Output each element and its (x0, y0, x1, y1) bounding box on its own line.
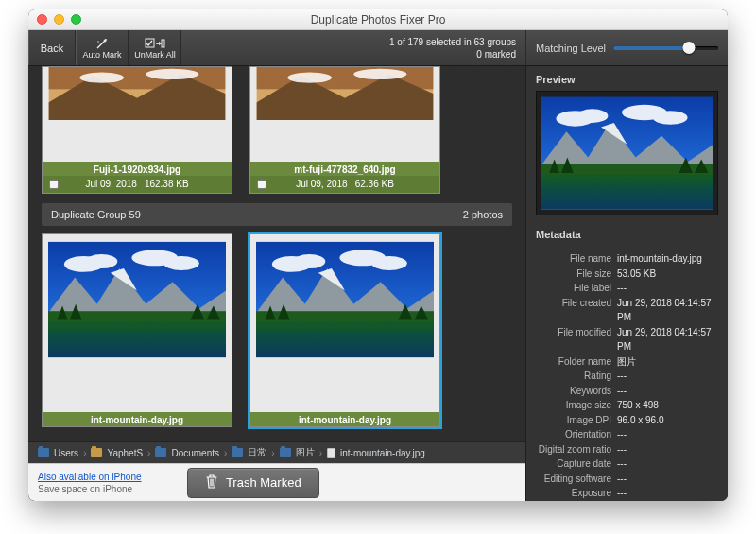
trash-icon (205, 474, 218, 491)
card-filename: mt-fuji-477832_640.jpg (250, 162, 439, 176)
stats-line1: 1 of 179 selected in 63 groups (389, 36, 516, 48)
meta-row: Editing software--- (536, 472, 718, 487)
unmark-all-button[interactable]: UnMark All (129, 30, 181, 65)
meta-row: Image DPI96.0 x 96.0 (536, 413, 718, 428)
sidebar: Preview Metadata File nameint-mountain-d… (525, 66, 728, 501)
maximize-icon[interactable] (71, 14, 81, 25)
meta-row: Capture date--- (536, 456, 718, 472)
meta-row: Keywords--- (536, 384, 718, 399)
file-icon (327, 448, 335, 458)
meta-row: File size53.05 KB (536, 267, 718, 282)
group-count: 2 photos (463, 209, 503, 220)
back-label: Back (41, 43, 63, 54)
group-header[interactable]: Duplicate Group 59 2 photos (42, 203, 512, 226)
trash-label: Trash Marked (226, 475, 301, 490)
card-filename: int-mountain-day.jpg (250, 412, 439, 426)
auto-mark-label: Auto Mark (82, 50, 121, 60)
crumb[interactable]: YaphetS (107, 448, 143, 458)
crumb[interactable]: 日常 (248, 446, 266, 459)
meta-row: Digital zoom ratio--- (536, 442, 718, 457)
card-filename: Fuji-1-1920x934.jpg (43, 162, 232, 176)
home-icon (91, 448, 102, 457)
card-date: Jul 09, 2018 (296, 179, 348, 189)
group-title: Duplicate Group 59 (51, 209, 141, 220)
window-title: Duplicate Photos Fixer Pro (28, 13, 728, 26)
auto-mark-button[interactable]: Auto Mark (76, 30, 129, 65)
stats-line2: 0 marked (389, 48, 516, 60)
preview-title: Preview (536, 74, 718, 85)
meta-row: File nameint-mountain-day.jpg (536, 251, 718, 267)
meta-row: Folder name图片 (536, 354, 718, 370)
trash-marked-button[interactable]: Trash Marked (187, 468, 319, 498)
photo-card[interactable]: int-mountain-day.jpg (42, 233, 232, 427)
card-size: 62.36 KB (355, 179, 394, 189)
results-scroll[interactable]: Fuji-1-1920x934.jpg Jul 09, 2018 162.38 … (28, 66, 525, 441)
svg-point-20 (97, 41, 98, 42)
svg-point-19 (105, 39, 107, 41)
folder-icon (155, 448, 166, 457)
window: Duplicate Photos Fixer Pro Back Auto Mar… (28, 9, 728, 501)
svg-rect-23 (162, 40, 164, 47)
minimize-icon[interactable] (54, 14, 64, 25)
folder-icon (280, 448, 291, 457)
meta-row: Exposure--- (536, 486, 718, 501)
crumb[interactable]: int-mountain-day.jpg (340, 448, 425, 458)
folder-icon (38, 448, 49, 457)
meta-row: File modifiedJun 29, 2018 04:14:57 PM (536, 325, 718, 354)
close-icon[interactable] (37, 14, 47, 25)
meta-row: Image size750 x 498 (536, 398, 718, 413)
unmark-icon (145, 37, 165, 50)
unmark-all-label: UnMark All (134, 50, 176, 60)
crumb[interactable]: Documents (171, 448, 219, 458)
crumb[interactable]: 图片 (296, 446, 315, 459)
toolbar: Back Auto Mark UnMark All 1 of 179 selec… (28, 30, 728, 66)
meta-row: Rating--- (536, 369, 718, 384)
folder-icon (232, 448, 243, 457)
iphone-sub: Save space on iPhone (38, 484, 132, 494)
meta-row: Orientation--- (536, 427, 718, 442)
back-button[interactable]: Back (28, 30, 76, 65)
card-filename: int-mountain-day.jpg (43, 412, 232, 426)
card-size: 162.38 KB (145, 179, 189, 189)
breadcrumb[interactable]: Users› YaphetS› Documents› 日常› 图片› int-m… (28, 441, 525, 463)
meta-row: File label--- (536, 281, 718, 296)
preview-image (536, 91, 718, 215)
crumb[interactable]: Users (54, 448, 78, 458)
selection-stats: 1 of 179 selected in 63 groups 0 marked (389, 36, 516, 60)
mark-checkbox[interactable] (49, 180, 59, 189)
matching-level-label: Matching Level (536, 43, 606, 54)
metadata-list: File nameint-mountain-day.jpg File size5… (526, 248, 728, 501)
slider-knob[interactable] (682, 42, 695, 54)
photo-card[interactable]: mt-fuji-477832_640.jpg Jul 09, 2018 62.3… (249, 66, 440, 194)
iphone-link[interactable]: Also available on iPhone (38, 472, 142, 482)
wand-icon (95, 37, 109, 50)
photo-card[interactable]: Fuji-1-1920x934.jpg Jul 09, 2018 162.38 … (42, 66, 232, 194)
meta-row: File createdJun 29, 2018 04:14:57 PM (536, 296, 718, 325)
mark-checkbox[interactable] (257, 180, 266, 189)
titlebar[interactable]: Duplicate Photos Fixer Pro (28, 9, 728, 30)
matching-level-slider[interactable] (613, 46, 718, 50)
footer: Also available on iPhone Save space on i… (28, 463, 525, 501)
photo-card-selected[interactable]: int-mountain-day.jpg (249, 233, 440, 427)
metadata-title: Metadata (536, 229, 718, 240)
card-date: Jul 09, 2018 (85, 179, 137, 189)
